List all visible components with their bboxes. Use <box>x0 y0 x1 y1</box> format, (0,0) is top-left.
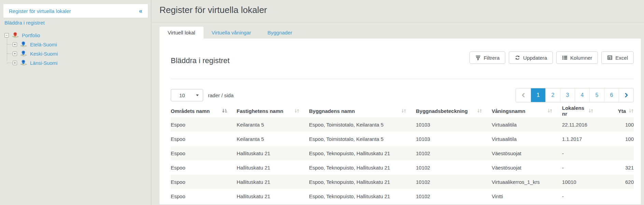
column-header-label: Byggnadsbeteckning <box>416 108 468 114</box>
column-header-v-ningsnamn[interactable]: Våningsnamn <box>492 104 562 117</box>
table-row[interactable]: EspooKeilaranta 5Espoo, Toimistotalo, Ke… <box>171 117 634 132</box>
tree-node-label[interactable]: Keski-Suomi <box>30 51 58 57</box>
tree-node-label[interactable]: Etelä-Suomi <box>30 42 57 47</box>
refresh-icon <box>515 55 520 60</box>
table-cell: Espoo <box>171 189 237 203</box>
table-cell: 1.1.2017 <box>562 132 603 146</box>
column-header-omr-dets-namn[interactable]: Områdets namn <box>171 104 237 117</box>
table-cell: Espoo <box>171 175 237 189</box>
page-title: Register för virtuella lokaler <box>159 5 644 15</box>
table-cell: Virtuaalikerros_1_krs <box>492 175 562 189</box>
columns-list-icon <box>562 55 568 60</box>
collapse-sidebar-icon[interactable]: « <box>139 8 142 14</box>
table-cell: Hallituskatu 21 <box>237 189 309 203</box>
table-cell: 10102 <box>416 175 492 189</box>
section-title: Bläddra i registret <box>171 56 229 65</box>
tree-node-label[interactable]: Länsi-Suomi <box>30 60 58 66</box>
header-row: Områdets namnFastighetens namnByggnadens… <box>171 104 634 117</box>
table-cell: Espoo <box>171 117 237 132</box>
tree-expander-plus[interactable]: + <box>13 42 17 47</box>
browse-register-link[interactable]: Bläddra i registret <box>4 20 45 26</box>
rows-per-page-select[interactable]: 10 <box>171 89 203 101</box>
pagination-prev-button[interactable] <box>516 88 531 102</box>
uppdatera-button[interactable]: Uppdatera <box>509 52 553 64</box>
main-header: Register för virtuella lokaler <box>152 0 644 23</box>
table-cell: 10102 <box>416 146 492 160</box>
pagination-page-1[interactable]: 1 <box>531 88 545 102</box>
tree-expander-plus[interactable]: + <box>13 61 17 65</box>
sort-both-icon <box>401 108 406 113</box>
sidebar-title: Register för virtuella lokaler <box>9 8 71 14</box>
excel-button[interactable]: Excel <box>601 52 634 64</box>
column-header-inner: Byggnadsbeteckning <box>416 108 492 114</box>
table-cell: Espoo <box>171 132 237 146</box>
table-cell: - <box>562 160 603 175</box>
table-cell: 10102 <box>416 189 492 203</box>
table-row[interactable]: EspooHallituskatu 21Espoo, Teknopuisto, … <box>171 146 634 160</box>
column-header-yta[interactable]: Yta <box>603 104 634 117</box>
tab-byggnader[interactable]: Byggnader <box>259 27 300 39</box>
map-marker-blue-icon <box>19 60 28 66</box>
table-cell: - <box>562 146 603 160</box>
table-row[interactable]: EspooHallituskatu 21Espoo, Teknopuisto, … <box>171 160 634 175</box>
table-cell: Espoo <box>171 146 237 160</box>
chevron-left-icon <box>521 93 525 98</box>
kolumner-button[interactable]: Kolumner <box>556 52 598 64</box>
table-body: EspooKeilaranta 5Espoo, Toimistotalo, Ke… <box>171 117 634 203</box>
navigation-tree: − Portfolio +Etelä-Suomi+Keski-Suomi+Län… <box>4 31 58 68</box>
table-cell: 22.11.2016 <box>562 117 603 132</box>
map-marker-blue-icon <box>19 41 28 48</box>
table-cell: 100 <box>603 132 634 146</box>
pagination-page-6[interactable]: 6 <box>604 88 619 102</box>
table-cell: Keilaranta 5 <box>237 117 309 132</box>
tab-bar: Virtuell lokalVirtuella våningarByggnade… <box>159 27 644 39</box>
tree-expander-minus[interactable]: − <box>4 33 9 38</box>
tree-node-keski-suomi: +Keski-Suomi <box>13 49 58 58</box>
tree-node-label[interactable]: Portfolio <box>22 33 40 38</box>
table-row[interactable]: EspooHallituskatu 21Espoo, Teknopuisto, … <box>171 189 634 203</box>
table-cell: Espoo, Toimistotalo, Keilaranta 5 <box>309 132 416 146</box>
table-cell: 10103 <box>416 132 492 146</box>
toolbar: FiltreraUppdateraKolumnerExcel <box>470 52 634 64</box>
tree-node-etel-suomi: +Etelä-Suomi <box>13 40 58 49</box>
pagination-page-4[interactable]: 4 <box>575 88 589 102</box>
table-row[interactable]: EspooKeilaranta 5Espoo, Toimistotalo, Ke… <box>171 132 634 146</box>
pagination-page-2[interactable]: 2 <box>545 88 560 102</box>
filtrera-button[interactable]: Filtrera <box>470 52 505 64</box>
table-cell: Väestösuojat <box>492 160 562 175</box>
table-cell <box>603 189 634 203</box>
page-size-control: 10 rader / sida <box>171 89 234 101</box>
rows-per-page-label: rader / sida <box>208 92 234 98</box>
tab-virtuell-lokal[interactable]: Virtuell lokal <box>159 27 204 39</box>
sort-both-icon <box>588 108 593 113</box>
map-marker-blue-icon <box>19 50 28 57</box>
main-content: Register för virtuella lokaler Virtuell … <box>152 0 644 205</box>
sort-asc-icon <box>222 108 227 113</box>
table-row[interactable]: EspooHallituskatu 21Espoo, Teknopuisto, … <box>171 175 634 189</box>
table-cell: 10103 <box>416 117 492 132</box>
pagination-page-3[interactable]: 3 <box>560 88 575 102</box>
column-header-label: Lokalens nr <box>562 105 588 117</box>
tree-node-l-nsi-suomi: +Länsi-Suomi <box>13 58 58 68</box>
table-cell: 100 <box>603 117 634 132</box>
chevron-right-icon <box>625 93 628 98</box>
column-header-label: Våningsnamn <box>492 108 525 114</box>
table-wrap: Områdets namnFastighetens namnByggnadens… <box>171 104 634 203</box>
pagination-next-button[interactable] <box>619 88 633 102</box>
table-cell: Hallituskatu 21 <box>237 175 309 189</box>
column-header-byggnadsbeteckning[interactable]: Byggnadsbeteckning <box>416 104 492 117</box>
column-header-fastighetens-namn[interactable]: Fastighetens namn <box>237 104 309 117</box>
button-label: Excel <box>615 55 628 61</box>
pagination-page-5[interactable]: 5 <box>589 88 604 102</box>
table-cell: 10010 <box>562 175 603 189</box>
tab-virtuella-v-ningar[interactable]: Virtuella våningar <box>204 27 260 39</box>
sort-both-icon <box>547 108 552 113</box>
column-header-byggnadens-namn[interactable]: Byggnadens namn <box>309 104 416 117</box>
tree-expander-plus[interactable]: + <box>13 52 17 56</box>
column-header-label: Områdets namn <box>171 108 210 114</box>
table-cell: Vintti <box>492 189 562 203</box>
register-table: Områdets namnFastighetens namnByggnadens… <box>171 104 634 203</box>
column-header-lokalens-nr[interactable]: Lokalens nr <box>562 104 603 117</box>
table-cell: Espoo, Teknopuisto, Hallituskatu 21 <box>309 175 416 189</box>
button-label: Kolumner <box>570 55 592 61</box>
